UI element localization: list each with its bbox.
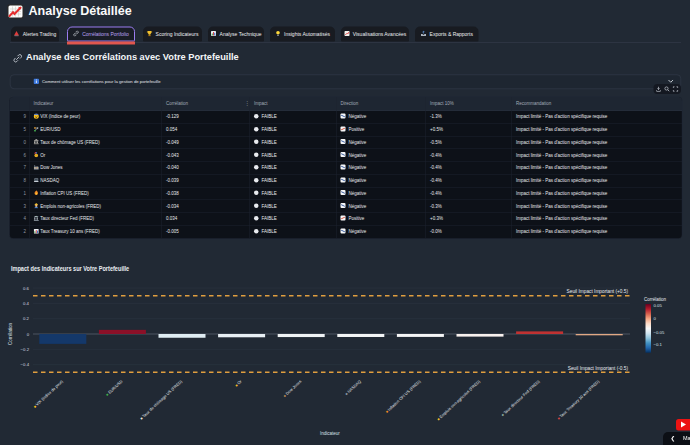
- svg-text:■ Or: ■ Or: [234, 378, 244, 387]
- svg-text:0: 0: [27, 332, 30, 337]
- svg-text:0.4: 0.4: [23, 301, 30, 306]
- svg-text:0.6: 0.6: [23, 286, 30, 291]
- svg-text:■ NASDAQ: ■ NASDAQ: [344, 379, 362, 396]
- svg-text:Seuil Impact Important (-0.5): Seuil Impact Important (-0.5): [568, 366, 629, 371]
- svg-text:■ Taux Treasury 10 ans (FRED): ■ Taux Treasury 10 ans (FRED): [556, 378, 601, 420]
- svg-text:■ Inflation CPI US (FRED): ■ Inflation CPI US (FRED): [384, 378, 422, 414]
- svg-text:Corrélation: Corrélation: [644, 297, 667, 302]
- svg-text:■ VIX (Indice de peur): ■ VIX (Indice de peur): [32, 378, 64, 409]
- svg-text:■ Taux de chômage US (FRED): ■ Taux de chômage US (FRED): [139, 378, 184, 420]
- svg-text:−0.1: −0.1: [654, 342, 663, 347]
- svg-text:■ Emplois non-agricoles (FRED): ■ Emplois non-agricoles (FRED): [436, 378, 482, 421]
- svg-text:0: 0: [654, 316, 657, 321]
- svg-text:−0.2: −0.2: [21, 347, 30, 352]
- svg-text:Seuil Impact Important (+0.5): Seuil Impact Important (+0.5): [567, 289, 629, 294]
- svg-text:0.2: 0.2: [23, 316, 30, 321]
- svg-text:■ Taux directeur Fed (FRED): ■ Taux directeur Fed (FRED): [500, 378, 541, 417]
- svg-text:Impact des Indicateurs sur Vot: Impact des Indicateurs sur Votre Portefe…: [11, 264, 130, 273]
- svg-text:Corrélation: Corrélation: [8, 323, 13, 346]
- svg-text:■ EUR/USD: ■ EUR/USD: [105, 379, 124, 397]
- svg-text:Indicateur: Indicateur: [320, 431, 340, 436]
- svg-text:0.05: 0.05: [654, 303, 663, 308]
- svg-text:−0.4: −0.4: [21, 362, 30, 367]
- svg-text:■ Dow Jones: ■ Dow Jones: [282, 379, 302, 398]
- svg-text:−0.05: −0.05: [654, 330, 665, 335]
